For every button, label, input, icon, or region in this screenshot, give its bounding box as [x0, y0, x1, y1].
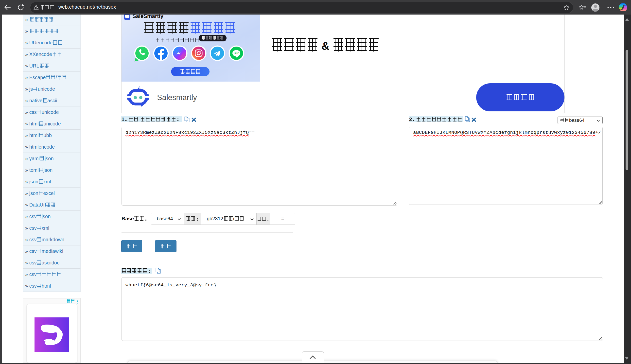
svg-text:LINE: LINE	[234, 52, 239, 54]
